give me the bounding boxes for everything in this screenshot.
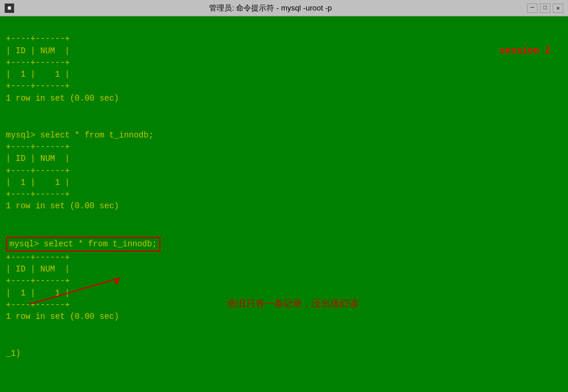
row1: | 1 | 1 | bbox=[6, 70, 70, 79]
sep4: +----+------+ bbox=[6, 142, 70, 152]
cursor-line: _1) bbox=[6, 336, 562, 372]
arrow-svg bbox=[23, 272, 129, 307]
window-controls[interactable]: ─ □ ✕ bbox=[527, 4, 563, 13]
window-title: 管理员: 命令提示符 - mysql -uroot -p bbox=[14, 3, 527, 13]
maximize-button[interactable]: □ bbox=[540, 4, 550, 13]
row2: | 1 | 1 | bbox=[6, 178, 70, 187]
rowcount2: 1 row in set (0.00 sec) bbox=[6, 201, 119, 211]
sep5: +----+------+ bbox=[6, 166, 70, 176]
sep3: +----+------+ bbox=[6, 81, 70, 91]
cursor: _1) bbox=[6, 349, 20, 358]
svg-line-0 bbox=[29, 278, 120, 304]
annotation-text: 依旧只有一条记录，没出现幻读 bbox=[227, 298, 358, 310]
window-icon: ■ bbox=[5, 4, 14, 13]
hdr1: | ID | NUM | bbox=[6, 46, 70, 56]
highlighted-command: mysql> select * from t_innodb; bbox=[6, 237, 160, 251]
icon-symbol: ■ bbox=[8, 5, 12, 12]
rowcount3: 1 row in set (0.00 sec) bbox=[6, 312, 119, 321]
annotation-arrow-container: 依旧只有一条记录，没出现幻读 bbox=[217, 298, 358, 310]
title-bar: ■ 管理员: 命令提示符 - mysql -uroot -p ─ □ ✕ bbox=[0, 0, 568, 16]
close-button[interactable]: ✕ bbox=[553, 4, 563, 13]
sep1: +----+------+ bbox=[6, 34, 70, 43]
prompt3-wrapper: mysql> select * from t_innodb; bbox=[6, 239, 160, 249]
rowcount1: 1 row in set (0.00 sec) bbox=[6, 94, 119, 103]
second-query-section: mysql> select * from t_innodb; +----+---… bbox=[6, 117, 562, 224]
hdr2: | ID | NUM | bbox=[6, 154, 70, 163]
minimize-button[interactable]: ─ bbox=[527, 4, 538, 13]
sep7: +----+------+ bbox=[6, 253, 70, 262]
sep6: +----+------+ bbox=[6, 190, 70, 199]
title-bar-left: ■ bbox=[5, 4, 14, 13]
session-label: session 2 bbox=[500, 46, 550, 56]
sep2: +----+------+ bbox=[6, 58, 70, 67]
first-result-section: +----+------+ | ID | NUM | +----+------+… bbox=[6, 21, 562, 116]
terminal-body: session 2 +----+------+ | ID | NUM | +--… bbox=[0, 16, 568, 392]
prompt2: mysql> select * from t_innodb; bbox=[6, 130, 153, 140]
